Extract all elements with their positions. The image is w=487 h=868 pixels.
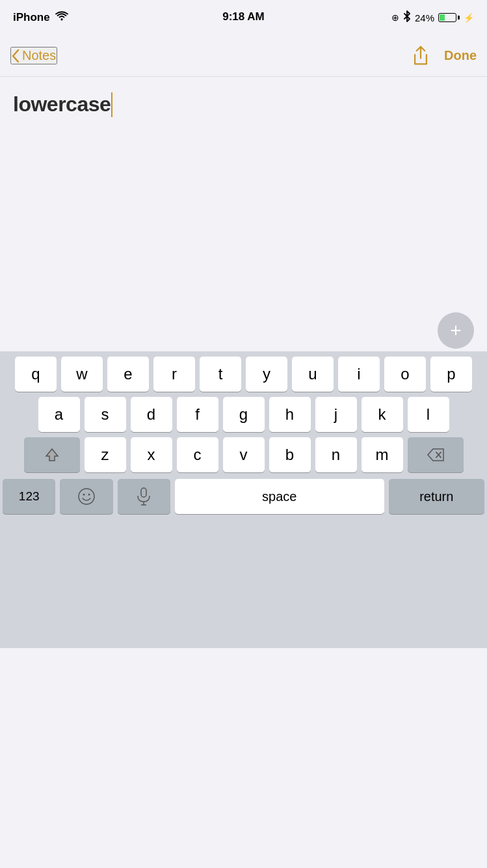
key-d[interactable]: d: [131, 397, 172, 432]
share-button[interactable]: [412, 46, 430, 66]
key-h[interactable]: h: [269, 397, 311, 432]
key-m[interactable]: m: [362, 437, 403, 472]
mic-key[interactable]: [118, 479, 170, 514]
status-left: iPhone: [13, 11, 68, 24]
key-r[interactable]: r: [153, 357, 195, 392]
key-k[interactable]: k: [362, 397, 403, 432]
keyboard-row-2: a s d f g h j k l: [0, 392, 487, 432]
numbers-key[interactable]: 123: [3, 479, 55, 514]
back-button[interactable]: Notes: [10, 47, 57, 64]
key-x[interactable]: x: [131, 437, 172, 472]
key-q[interactable]: q: [15, 357, 57, 392]
keyboard: q w e r t y u i o p a s d f g h j k l: [0, 351, 487, 648]
key-s[interactable]: s: [85, 397, 126, 432]
lock-icon: ⊕: [391, 12, 399, 23]
key-w[interactable]: w: [61, 357, 103, 392]
emoji-key[interactable]: [60, 479, 112, 514]
space-key[interactable]: space: [175, 479, 384, 514]
shift-key[interactable]: [24, 437, 80, 472]
text-cursor: [111, 92, 112, 117]
status-time: 9:18 AM: [222, 10, 265, 23]
key-y[interactable]: y: [246, 357, 287, 392]
new-note-button[interactable]: +: [438, 312, 474, 349]
key-n[interactable]: n: [315, 437, 357, 472]
key-f[interactable]: f: [177, 397, 218, 432]
keyboard-row-3: z x c v b n m: [0, 432, 487, 472]
key-c[interactable]: c: [177, 437, 218, 472]
wifi-icon: [55, 11, 68, 24]
nav-actions: Done: [412, 46, 477, 66]
svg-point-3: [88, 494, 90, 496]
battery-percent: 24%: [415, 12, 434, 23]
bolt-icon: ⚡: [464, 13, 474, 23]
svg-rect-4: [141, 488, 146, 497]
status-bar: iPhone 9:18 AM ⊕ 24% ⚡: [0, 0, 487, 35]
done-button[interactable]: Done: [444, 48, 477, 63]
note-content: lowercase: [13, 92, 111, 116]
key-u[interactable]: u: [292, 357, 334, 392]
key-o[interactable]: o: [384, 357, 426, 392]
key-i[interactable]: i: [338, 357, 380, 392]
content-wrapper: lowercase + q w e r t y u i o p a s d f …: [0, 77, 487, 648]
key-j[interactable]: j: [315, 397, 357, 432]
delete-key[interactable]: [408, 437, 464, 472]
key-l[interactable]: l: [408, 397, 449, 432]
nav-bar: Notes Done: [0, 35, 487, 77]
svg-point-1: [79, 489, 94, 504]
key-e[interactable]: e: [107, 357, 149, 392]
carrier-label: iPhone: [13, 11, 50, 24]
keyboard-row-4: 123 space return: [0, 472, 487, 514]
key-g[interactable]: g: [223, 397, 265, 432]
status-right: ⊕ 24% ⚡: [391, 10, 474, 25]
keyboard-row-1: q w e r t y u i o p: [0, 351, 487, 392]
key-p[interactable]: p: [430, 357, 472, 392]
key-z[interactable]: z: [85, 437, 126, 472]
bluetooth-icon: [403, 10, 411, 25]
note-text-wrapper: lowercase: [13, 92, 474, 117]
key-a[interactable]: a: [38, 397, 80, 432]
back-label: Notes: [22, 48, 56, 63]
svg-point-2: [83, 494, 85, 496]
return-key[interactable]: return: [389, 479, 485, 514]
battery-icon: [438, 13, 460, 22]
svg-point-0: [60, 19, 62, 21]
key-b[interactable]: b: [269, 437, 311, 472]
key-v[interactable]: v: [223, 437, 265, 472]
key-t[interactable]: t: [200, 357, 241, 392]
